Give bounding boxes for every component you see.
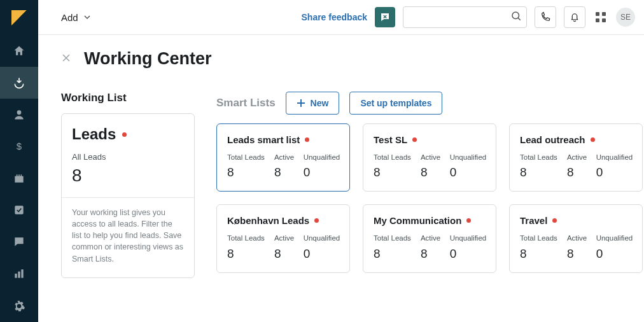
status-dot-icon <box>305 137 309 142</box>
smart-list-name: Leads smart list <box>227 134 300 145</box>
working-list-card[interactable]: Leads All Leads 8 Your working list give… <box>61 113 195 278</box>
stat-label-unqualified: Unqualified <box>304 153 339 162</box>
search-input[interactable] <box>403 6 527 28</box>
status-dot-icon <box>591 137 595 142</box>
svg-rect-4 <box>15 206 23 214</box>
sidebar: $ <box>0 0 38 322</box>
nav-tasks[interactable] <box>0 194 38 226</box>
chevron-down-icon <box>83 13 91 21</box>
status-dot-icon <box>122 132 127 137</box>
nav-working-center[interactable] <box>0 67 38 99</box>
stat-label-active: Active <box>567 234 596 242</box>
stat-label-unqualified: Unqualified <box>596 153 632 162</box>
plus-icon <box>297 99 305 108</box>
smart-lists-heading: Smart Lists <box>216 97 276 109</box>
smart-list-card[interactable]: TravelTotal LeadsActiveUnqualified880 <box>509 204 643 272</box>
chat-widget-button[interactable] <box>375 7 395 27</box>
stat-label-unqualified: Unqualified <box>596 234 632 242</box>
stat-val-unqualified: 0 <box>304 247 339 261</box>
bell-icon <box>569 11 580 23</box>
smart-list-name: Lead outreach <box>520 134 585 145</box>
stat-label-total: Total Leads <box>227 153 274 162</box>
svg-text:$: $ <box>17 141 22 151</box>
stat-val-active: 8 <box>567 247 596 261</box>
page-title: Working Center <box>84 49 212 69</box>
svg-point-8 <box>512 12 519 19</box>
stat-val-unqualified: 0 <box>596 247 632 261</box>
stat-label-total: Total Leads <box>227 234 274 242</box>
phone-button[interactable] <box>535 6 556 28</box>
stat-val-active: 8 <box>274 165 304 179</box>
stat-label-unqualified: Unqualified <box>450 234 486 242</box>
svg-rect-7 <box>21 269 23 277</box>
stat-label-total: Total Leads <box>520 234 567 242</box>
apps-button[interactable] <box>593 10 608 25</box>
stat-val-active: 8 <box>421 247 450 261</box>
nav-people[interactable] <box>0 99 38 130</box>
stat-val-unqualified: 0 <box>450 247 486 261</box>
smart-list-card[interactable]: København LeadsTotal LeadsActiveUnqualif… <box>216 204 350 272</box>
topbar: Add Share feedback <box>38 0 644 35</box>
working-list-heading: Working List <box>61 92 195 104</box>
stat-label-active: Active <box>421 234 450 242</box>
notifications-button[interactable] <box>564 6 585 28</box>
svg-rect-9 <box>596 12 599 16</box>
svg-point-2 <box>17 110 22 115</box>
app-logo[interactable] <box>0 0 38 35</box>
close-icon <box>61 53 71 63</box>
smart-list-name: My Communication <box>374 215 461 226</box>
new-smart-list-button[interactable]: New <box>286 92 340 115</box>
stat-val-total: 8 <box>374 165 421 179</box>
stat-val-total: 8 <box>374 247 421 261</box>
setup-templates-button[interactable]: Set up templates <box>349 92 442 115</box>
svg-rect-5 <box>15 274 17 278</box>
stat-val-unqualified: 0 <box>304 165 339 179</box>
nav-home[interactable] <box>0 35 38 67</box>
share-feedback-link[interactable]: Share feedback <box>302 12 368 22</box>
stat-label-active: Active <box>274 234 304 242</box>
svg-rect-10 <box>602 12 606 16</box>
working-list-count: 8 <box>72 165 184 186</box>
stat-val-active: 8 <box>274 247 304 261</box>
svg-rect-12 <box>602 18 606 22</box>
status-dot-icon <box>412 137 417 142</box>
user-avatar[interactable]: SE <box>616 8 635 27</box>
stat-label-active: Active <box>567 153 596 162</box>
working-list-name: Leads <box>72 125 116 143</box>
nav-money[interactable]: $ <box>0 130 38 162</box>
svg-rect-11 <box>596 18 599 22</box>
stat-label-total: Total Leads <box>374 153 421 162</box>
stat-val-unqualified: 0 <box>450 165 486 179</box>
smart-list-card[interactable]: Lead outreachTotal LeadsActiveUnqualifie… <box>509 123 643 192</box>
search-icon[interactable] <box>510 10 522 24</box>
nav-reports[interactable] <box>0 258 38 290</box>
nav-settings[interactable] <box>0 290 38 322</box>
new-button-label: New <box>311 98 329 108</box>
svg-rect-6 <box>18 272 20 278</box>
smart-list-name: København Leads <box>227 215 309 226</box>
smart-list-name: Travel <box>520 215 547 226</box>
working-list-help: Your working list gives you access to al… <box>62 198 194 277</box>
stat-val-total: 8 <box>227 165 274 179</box>
close-page-button[interactable] <box>61 53 71 66</box>
smart-list-card[interactable]: My CommunicationTotal LeadsActiveUnquali… <box>363 204 496 272</box>
templates-button-label: Set up templates <box>360 98 431 108</box>
stat-val-unqualified: 0 <box>596 165 632 179</box>
stat-label-unqualified: Unqualified <box>450 153 486 162</box>
status-dot-icon <box>552 218 557 223</box>
stat-label-active: Active <box>274 153 304 162</box>
search-wrap <box>403 6 527 28</box>
stat-label-total: Total Leads <box>374 234 421 242</box>
add-button[interactable]: Add <box>61 12 91 23</box>
stat-val-total: 8 <box>520 247 567 261</box>
stat-label-unqualified: Unqualified <box>304 234 339 242</box>
stat-val-active: 8 <box>421 165 450 179</box>
add-button-label: Add <box>61 12 78 23</box>
smart-list-card[interactable]: Test SLTotal LeadsActiveUnqualified880 <box>363 123 496 192</box>
nav-chat[interactable] <box>0 226 38 258</box>
stat-val-active: 8 <box>567 165 596 179</box>
smart-list-card[interactable]: Leads smart listTotal LeadsActiveUnquali… <box>216 123 350 192</box>
nav-castle[interactable] <box>0 162 38 194</box>
working-list-subtitle: All Leads <box>72 152 184 162</box>
stat-val-total: 8 <box>227 247 274 261</box>
